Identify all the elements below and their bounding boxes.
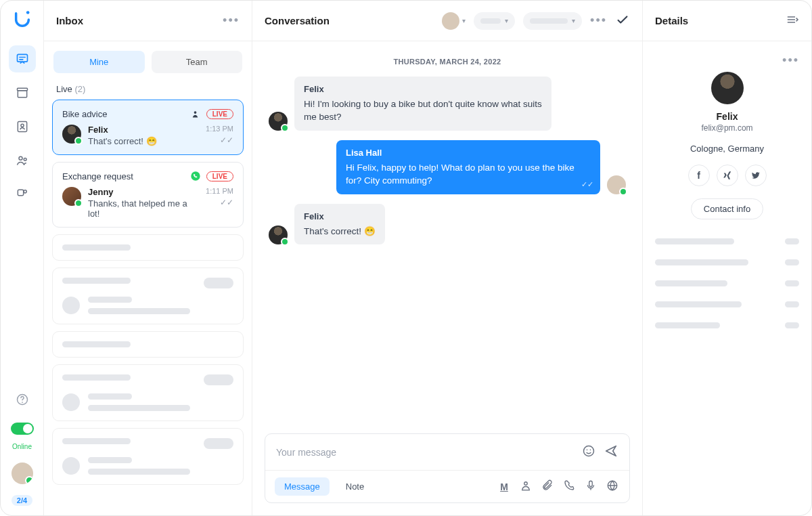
composer: Message Note M [265,433,630,503]
nav-team[interactable] [9,147,36,174]
resolve-button[interactable] [615,12,630,29]
message-time: 1:11 PM [206,187,233,195]
whatsapp-icon [190,171,201,181]
message-bubble: Felix Hi! I'm looking to buy a bike but … [294,77,551,131]
online-label: Online [12,443,32,450]
read-icon: ✓✓ [220,198,233,207]
section-live-count: (2) [74,84,85,94]
message-avatar [269,225,288,244]
nav-apps[interactable] [9,181,36,208]
date-separator: THURSDAY, MARCH 24, 2022 [269,58,626,66]
svg-point-6 [19,156,22,160]
xing-icon[interactable] [717,165,738,186]
app-logo [13,10,32,29]
assignee-selector[interactable]: ▾ [442,12,466,30]
skeleton-card [52,234,244,261]
conversation-subject: Exchange request [62,171,133,181]
inbox-menu-icon[interactable]: ••• [223,14,240,28]
microphone-icon[interactable] [583,479,598,494]
nav-contacts[interactable] [9,113,36,140]
translate-icon[interactable] [605,479,620,494]
svg-rect-1 [17,54,27,62]
assign-icon[interactable] [518,479,533,494]
conversation-card[interactable]: Bike advice LIVE Felix That's correct! 😁 [52,100,244,155]
message-row: Felix That's correct! 😁 [269,204,626,244]
tab-team[interactable]: Team [152,51,243,73]
contact-name: Felix [655,111,799,122]
message-bubble: Lisa Hall Hi Felix, happy to help! What … [336,140,600,194]
contact-avatar-large [711,72,744,104]
collapse-icon[interactable] [786,14,799,27]
current-user-avatar[interactable] [12,463,33,484]
details-panel: Details ••• Felix felix@pm.com Cologne, … [642,1,811,515]
tab-mine[interactable]: Mine [53,51,145,73]
macro-icon[interactable]: M [497,481,512,492]
composer-tab-message[interactable]: Message [275,477,330,496]
capacity-badge: 2/4 [12,495,32,506]
message-sender: Felix [304,83,542,96]
facebook-icon[interactable]: f [688,165,710,186]
tag-selector[interactable]: ▾ [523,12,582,30]
read-icon: ✓✓ [581,179,593,190]
skeleton-card [52,267,244,324]
svg-point-5 [20,124,23,127]
svg-point-12 [194,111,197,114]
svg-point-15 [587,450,588,451]
svg-point-11 [22,402,23,403]
message-input[interactable] [276,447,574,458]
message-avatar [607,175,626,194]
nav-inbox[interactable] [9,45,36,72]
svg-rect-19 [589,481,593,486]
call-icon[interactable] [562,479,577,494]
svg-point-14 [584,446,594,456]
message-sender: Lisa Hall [346,147,591,160]
inbox-title: Inbox [56,15,83,26]
contact-info-button[interactable]: Contact info [691,198,763,219]
skeleton-card [52,331,244,358]
svg-point-16 [590,450,591,451]
contact-name: Jenny [88,187,199,197]
skeleton-card [52,428,244,485]
online-toggle[interactable] [11,423,34,435]
section-live-label: Live [56,84,72,94]
message-bubble: Felix That's correct! 😁 [294,204,385,244]
conversation-title: Conversation [265,15,330,26]
message-text: That's correct! 😁 [304,225,376,238]
send-icon[interactable] [604,444,618,460]
assignee-avatar [442,12,459,30]
attachment-icon[interactable] [540,479,555,494]
composer-tab-note[interactable]: Note [336,477,374,496]
message-sender: Felix [304,211,376,223]
svg-rect-8 [18,190,23,195]
emoji-icon[interactable] [582,444,595,460]
nav-rail: Online 2/4 [1,1,44,515]
svg-point-7 [24,158,26,160]
status-selector[interactable]: ▾ [474,12,515,30]
nav-archive[interactable] [9,79,36,106]
message-row: Lisa Hall Hi Felix, happy to help! What … [269,140,626,194]
twitter-icon[interactable] [745,165,767,186]
svg-point-9 [24,190,26,193]
svg-point-0 [26,11,29,14]
svg-point-17 [524,482,528,486]
svg-rect-3 [17,88,27,90]
conversation-panel: Conversation ▾ ▾ ▾ ••• THURSDAY, MARCH 2… [252,1,642,515]
conversation-card[interactable]: Exchange request LIVE Jenny Thanks, that… [52,162,244,228]
live-badge: LIVE [206,109,233,119]
details-title: Details [655,15,688,26]
message-avatar [269,112,288,131]
help-icon[interactable] [9,386,36,413]
chevron-down-icon: ▾ [572,17,575,24]
skeleton-card [52,364,244,421]
contact-email: felix@pm.com [655,123,799,133]
contact-avatar [62,125,81,144]
message-preview: That's correct! 😁 [88,136,199,146]
conversation-subject: Bike advice [62,109,107,119]
message-time: 1:13 PM [206,125,233,133]
section-live: Live (2) [44,73,252,100]
details-menu-icon[interactable]: ••• [782,53,799,68]
channel-icon [190,108,201,119]
message-text: Hi Felix, happy to help! What do plan to… [346,161,591,188]
conversation-menu-icon[interactable]: ••• [590,14,607,28]
contact-name: Felix [88,125,199,135]
